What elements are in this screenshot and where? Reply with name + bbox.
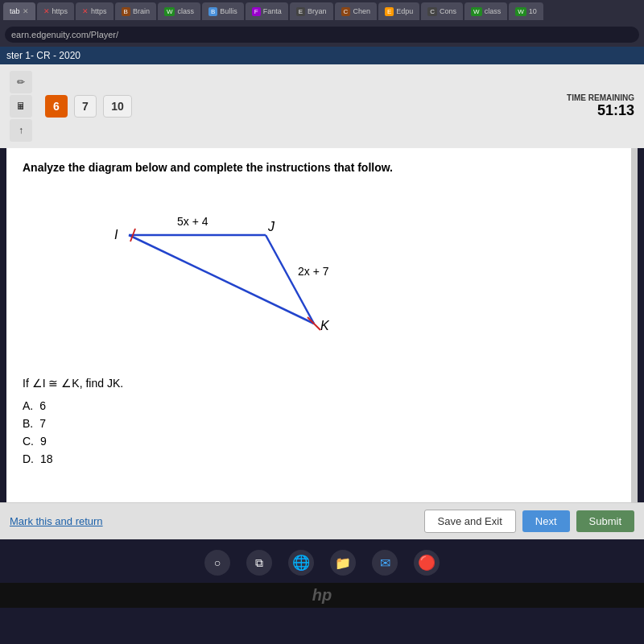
time-label: TIME REMAINING [567, 93, 634, 102]
question-body: If ∠I ≅ ∠K, find JK. [23, 377, 621, 390]
time-value: 51:13 [567, 102, 634, 119]
url-text: earn.edgenuity.com/Player/ [11, 30, 118, 39]
time-remaining: TIME REMAINING 51:13 [567, 93, 634, 119]
tab-class-1[interactable]: W class [158, 2, 200, 20]
tab-https-2[interactable]: ✕ https [76, 2, 114, 20]
svg-text:2x + 7: 2x + 7 [298, 265, 329, 278]
taskbar-multitask-icon[interactable]: ⧉ [246, 550, 272, 576]
tab-edpu[interactable]: E Edpu [378, 2, 419, 20]
svg-line-1 [266, 235, 314, 324]
footer-buttons: Save and Exit Next Submit [424, 510, 634, 533]
tab-close-icon[interactable]: ✕ [23, 7, 29, 15]
submit-button[interactable]: Submit [576, 510, 634, 532]
main-content: Analyze the diagram below and complete t… [6, 148, 638, 502]
answer-d-value: 18 [40, 452, 53, 465]
answer-a-letter: A. [23, 399, 33, 412]
answer-b[interactable]: B. 7 [23, 417, 621, 430]
answer-c[interactable]: C. 9 [23, 435, 621, 448]
question-body-text: If ∠I ≅ ∠K, find JK. [23, 377, 123, 390]
tab-10[interactable]: W 10 [509, 2, 543, 20]
question-btn-7[interactable]: 7 [74, 95, 97, 118]
footer-bar: Mark this and return Save and Exit Next … [0, 502, 644, 539]
svg-line-4 [308, 317, 320, 330]
diagram-svg: I J K 5x + 4 2x + 7 [23, 187, 621, 364]
taskbar-search-icon[interactable]: ○ [204, 550, 230, 576]
question-instructions: Analyze the diagram below and complete t… [23, 161, 621, 174]
address-bar: earn.edgenuity.com/Player/ [0, 23, 644, 47]
answer-c-value: 9 [40, 435, 47, 448]
tool-calculator[interactable]: 🖩 [10, 95, 32, 118]
taskbar-edge-icon[interactable]: 🌐 [288, 550, 314, 576]
taskbar-files-icon[interactable]: 📁 [330, 550, 356, 576]
tab-brain[interactable]: B Brain [115, 2, 156, 20]
tab-bar: tab ✕ ✕ https ✕ https B Brain W class B … [0, 0, 644, 23]
svg-line-0 [129, 235, 314, 324]
tab-cons[interactable]: C Cons [421, 2, 463, 20]
svg-text:I: I [114, 228, 118, 242]
answer-b-letter: B. [23, 417, 33, 430]
answer-d-letter: D. [23, 452, 34, 465]
question-nav: ✏ 🖩 ↑ 6 7 10 TIME REMAINING 51:13 [0, 64, 644, 148]
question-btn-10[interactable]: 10 [103, 95, 132, 118]
answer-b-value: 7 [39, 417, 46, 430]
tab-fanta[interactable]: F Fanta [246, 2, 288, 20]
tool-pencil[interactable]: ✏ [10, 71, 32, 93]
taskbar-chrome-icon[interactable]: 🔴 [414, 550, 440, 576]
tool-arrow[interactable]: ↑ [10, 119, 32, 142]
answer-d[interactable]: D. 18 [23, 452, 621, 465]
tab-bryan[interactable]: E Bryan [290, 2, 333, 20]
tab-class-2[interactable]: W class [464, 2, 507, 20]
answers-section: A. 6 B. 7 C. 9 D. 18 [23, 399, 621, 465]
taskbar: ○ ⧉ 🌐 📁 ✉ 🔴 [0, 543, 644, 583]
hp-logo: hp [312, 586, 332, 604]
answer-a-value: 6 [39, 399, 46, 412]
tab-bullis[interactable]: B Bullis [202, 2, 244, 20]
answer-a[interactable]: A. 6 [23, 399, 621, 412]
tab-chen[interactable]: C Chen [335, 2, 377, 20]
scrollbar[interactable] [631, 148, 638, 502]
nav-buttons-container: 6 7 10 [45, 95, 132, 118]
next-button[interactable]: Next [522, 510, 570, 532]
taskbar-mail-icon[interactable]: ✉ [372, 550, 398, 576]
question-btn-6[interactable]: 6 [45, 95, 68, 118]
browser-chrome: tab ✕ ✕ https ✕ https B Brain W class B … [0, 0, 644, 47]
save-exit-button[interactable]: Save and Exit [424, 510, 516, 533]
svg-text:5x + 4: 5x + 4 [177, 215, 208, 228]
url-input[interactable]: earn.edgenuity.com/Player/ [5, 27, 639, 43]
svg-text:K: K [320, 319, 330, 332]
page-title: ster 1- CR - 2020 [6, 50, 80, 61]
page-header: ster 1- CR - 2020 [0, 47, 644, 64]
svg-text:J: J [267, 220, 275, 233]
answer-c-letter: C. [23, 435, 34, 448]
tab-active[interactable]: tab ✕ [3, 2, 35, 20]
mark-return-link[interactable]: Mark this and return [10, 515, 103, 527]
hp-brand-area: hp [0, 583, 644, 608]
diagram-area: I J K 5x + 4 2x + 7 [23, 187, 621, 364]
tab-https-1[interactable]: ✕ https [37, 2, 75, 20]
